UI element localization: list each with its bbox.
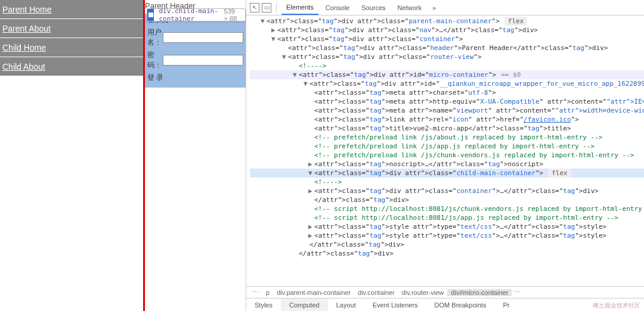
sidebar-item-child-about[interactable]: Child About <box>0 57 143 76</box>
breadcrumb-item[interactable]: div.parent-main-container <box>273 289 354 296</box>
dom-breadcrumb: ⋯ p div.parent-main-container div.contai… <box>246 286 644 298</box>
tabs-more-icon[interactable]: » <box>429 4 439 11</box>
tab-sources[interactable]: Sources <box>357 0 390 15</box>
styles-subtabs: Styles Computed Layout Event Listeners D… <box>246 298 644 311</box>
child-main-container: 登录页 用户名： 密 码： 登 录 <box>145 14 246 88</box>
breadcrumb-collapsed[interactable]: ⋯ <box>249 288 262 296</box>
dom-tree[interactable]: ▼<attr">class="tag">div attr">class="par… <box>246 15 644 286</box>
breadcrumb-item[interactable]: p <box>262 289 273 296</box>
breadcrumb-item[interactable]: div.container <box>354 289 398 296</box>
username-label: 用户名： <box>147 27 162 48</box>
app-viewport: Parent Home Parent About Child Home Chil… <box>0 0 644 311</box>
inspect-tooltip-selector: div.child-main-container <box>154 7 224 23</box>
subtab-computed[interactable]: Computed <box>281 298 328 311</box>
tab-elements[interactable]: Elements <box>281 0 318 15</box>
inspect-element-icon[interactable]: ↖ <box>250 3 259 13</box>
tab-network[interactable]: Network <box>393 0 426 15</box>
subtab-layout[interactable]: Layout <box>328 298 364 311</box>
sidebar-nav: Parent Home Parent About Child Home Chil… <box>0 0 143 311</box>
inspect-tooltip-dimensions: 539 × 88 <box>224 8 245 22</box>
devtools-panel: ↖ ▭ Elements Console Sources Network » ▲… <box>246 0 644 311</box>
password-label: 密 码： <box>147 50 162 70</box>
tab-console[interactable]: Console <box>321 0 354 15</box>
inspect-tooltip: div.child-main-container 539 × 88 <box>147 8 246 21</box>
password-input[interactable] <box>163 55 243 66</box>
inspect-tooltip-icon <box>147 9 154 21</box>
toggle-device-icon[interactable]: ▭ <box>262 3 271 13</box>
subtab-dom-breakpoints[interactable]: DOM Breakpoints <box>426 298 495 311</box>
sidebar-item-parent-home[interactable]: Parent Home <box>0 0 143 19</box>
watermark: 稀土掘金技术社区 <box>593 301 640 310</box>
toolbar-separator <box>276 3 277 13</box>
breadcrumb-item[interactable]: div.router-view <box>398 289 448 296</box>
page-content: Parent Home Parent About Child Home Chil… <box>0 0 246 311</box>
subtab-more[interactable]: Pr <box>494 298 518 311</box>
sidebar-item-child-home[interactable]: Child Home <box>0 38 143 57</box>
login-button[interactable]: 登 录 <box>147 71 163 84</box>
subtab-event-listeners[interactable]: Event Listeners <box>364 298 426 311</box>
username-input[interactable] <box>163 32 243 43</box>
breadcrumb-item[interactable]: div#micro-container <box>447 289 512 296</box>
devtools-toolbar: ↖ ▭ Elements Console Sources Network » ▲… <box>246 0 644 15</box>
subtab-styles[interactable]: Styles <box>246 298 281 311</box>
sidebar-item-parent-about[interactable]: Parent About <box>0 19 143 38</box>
breadcrumb-more[interactable]: ⋯ <box>512 288 523 296</box>
